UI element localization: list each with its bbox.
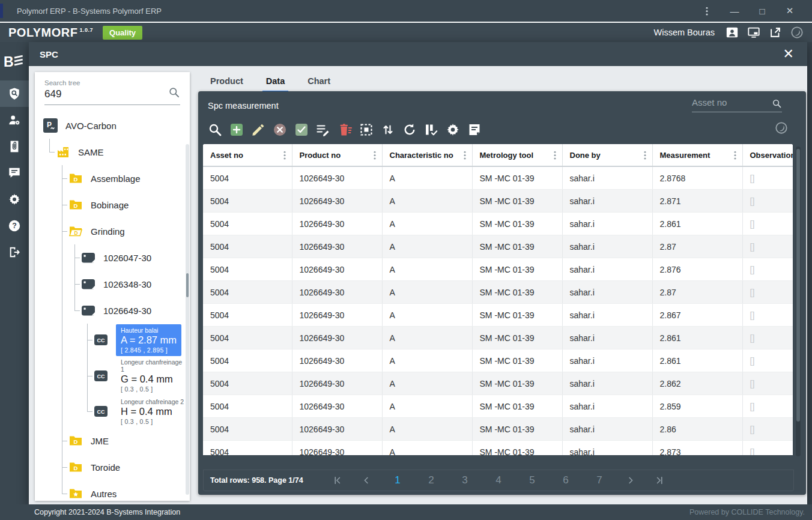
tree-scrollbar-thumb[interactable] [186, 273, 189, 297]
bulk-edit-icon[interactable] [315, 121, 331, 138]
sort-icon[interactable] [380, 121, 396, 138]
sidebar-item-documents[interactable] [0, 133, 29, 160]
table-row[interactable]: 50041026649-30ASM -MC 01-39sahar.i2.87[] [203, 281, 793, 304]
column-menu-icon[interactable] [374, 151, 376, 160]
first-page-button[interactable] [332, 475, 343, 486]
table-row[interactable]: 50041026649-30ASM -MC 01-39sahar.i2.8768… [203, 166, 793, 190]
tree-node[interactable]: 1026047-30 [35, 244, 190, 271]
open-in-new-icon[interactable] [769, 26, 782, 39]
next-page-button[interactable] [625, 475, 636, 486]
table-row[interactable]: 50041026649-30ASM -MC 01-39sahar.i2.861[… [203, 213, 793, 235]
select-region-icon[interactable] [358, 121, 374, 138]
previous-page-button[interactable] [361, 475, 372, 486]
page-7[interactable]: 7 [592, 474, 607, 487]
table-row[interactable]: 50041026649-30ASM -MC 01-39sahar.i2.859[… [203, 395, 793, 418]
tree-panel: Search tree 649 PAVO-CarbonSAMEDAssembla… [35, 72, 190, 501]
tree-scrollbar[interactable] [186, 144, 189, 495]
window-close-button[interactable]: ✕ [776, 1, 804, 21]
table-scrollbar[interactable] [796, 147, 801, 456]
search-icon[interactable] [168, 86, 180, 101]
column-menu-icon[interactable] [734, 151, 736, 160]
sidebar-item-settings[interactable] [0, 186, 29, 213]
user-badge-icon[interactable] [726, 26, 739, 39]
tree-node[interactable]: Autres [35, 480, 190, 501]
column-menu-icon[interactable] [464, 151, 466, 160]
screen-cast-icon[interactable] [747, 26, 760, 39]
sidebar-item-messages[interactable] [0, 160, 29, 186]
sidebar-item-quality-inspection[interactable] [0, 80, 29, 107]
tree-node[interactable]: DJME [35, 428, 190, 454]
tree-node[interactable]: DGrinding [35, 218, 190, 244]
table-row[interactable]: 50041026649-30ASM -MC 01-39sahar.i2.873[… [203, 441, 793, 456]
tree-node[interactable]: 1026348-30 [35, 271, 190, 297]
table-row[interactable]: 50041026649-30ASM -MC 01-39sahar.i2.86[] [203, 418, 793, 441]
table-scrollbar-thumb[interactable] [796, 149, 800, 422]
window-minimize-button[interactable]: — [721, 1, 748, 21]
user-name[interactable]: Wissem Bouras [653, 28, 715, 37]
table-settings-icon[interactable] [444, 121, 461, 138]
window-maximize-button[interactable]: □ [748, 1, 776, 21]
table-row[interactable]: 50041026649-30ASM -MC 01-39sahar.i2.861[… [203, 349, 793, 372]
column-header[interactable]: Observation [742, 144, 793, 166]
deactivate-icon[interactable] [271, 121, 288, 138]
columns-check-icon[interactable] [423, 121, 439, 138]
tree-node[interactable]: PAVO-Carbon [35, 112, 190, 139]
table-row[interactable]: 50041026649-30ASM -MC 01-39sahar.i2.862[… [203, 372, 793, 395]
sidebar-item-help[interactable]: ? [0, 213, 29, 239]
column-header[interactable]: Product no [292, 144, 382, 166]
last-page-button[interactable] [654, 475, 665, 486]
panel-contrast-toggle-icon[interactable] [775, 121, 788, 137]
tree-node[interactable]: 1026649-30 [35, 297, 190, 324]
sidebar-item-logout[interactable] [0, 239, 29, 265]
delete-icon[interactable] [336, 121, 353, 138]
contrast-toggle-icon[interactable] [790, 26, 804, 39]
page-3[interactable]: 3 [457, 474, 473, 487]
table-cell: 1026649-30 [292, 395, 382, 418]
column-header[interactable]: Characteristic no [382, 144, 472, 166]
tree-node[interactable]: DToroide [35, 454, 190, 480]
tree-node[interactable]: DAssemblage [35, 165, 190, 192]
validate-icon[interactable] [293, 121, 309, 138]
tree-node[interactable]: CCHauteur balaiA = 2.87 mm[ 2.845 , 2.89… [35, 324, 190, 356]
tree-node-label: 1026649-30 [103, 306, 151, 316]
page-5[interactable]: 5 [524, 474, 540, 487]
tree-node[interactable]: DBobinage [35, 192, 190, 218]
edit-icon[interactable] [250, 121, 266, 138]
sidebar-item-users[interactable] [0, 107, 29, 133]
characteristic-value: G = 0.4 mm [121, 373, 185, 385]
tree-node[interactable]: CCLongeur chafreinage 2H = 0.4 mm[ 0.3 ,… [35, 395, 190, 428]
page-1[interactable]: 1 [390, 474, 405, 487]
notes-icon[interactable] [466, 121, 482, 138]
column-menu-icon[interactable] [554, 151, 556, 160]
column-header[interactable]: Done by [562, 144, 652, 166]
table-row[interactable]: 50041026649-30ASM -MC 01-39sahar.i2.876[… [203, 258, 793, 281]
tree-search-value[interactable]: 649 [44, 86, 180, 105]
search-icon[interactable] [207, 121, 223, 138]
modal-close-button[interactable]: ✕ [781, 48, 796, 60]
column-menu-icon[interactable] [283, 151, 286, 160]
window-menu-button[interactable] [693, 1, 721, 21]
column-menu-icon[interactable] [644, 151, 646, 160]
page-6[interactable]: 6 [558, 474, 574, 487]
refresh-icon[interactable] [401, 121, 417, 138]
add-icon[interactable] [228, 121, 244, 138]
tree-node[interactable]: SAME [35, 139, 190, 165]
column-header[interactable]: Measurement [652, 144, 742, 166]
table-row[interactable]: 50041026649-30ASM -MC 01-39sahar.i2.867[… [203, 304, 793, 327]
column-header[interactable]: Asset no [203, 144, 292, 166]
tree-node[interactable]: CCLongeur chanfreinage 1G = 0.4 mm[ 0.3 … [35, 356, 190, 395]
search-icon[interactable] [772, 98, 782, 111]
page-4[interactable]: 4 [491, 474, 506, 487]
page-2[interactable]: 2 [423, 474, 439, 487]
column-header[interactable]: Metrology tool [472, 144, 562, 166]
tab-chart[interactable]: Chart [304, 71, 334, 92]
table-row[interactable]: 50041026649-30ASM -MC 01-39sahar.i2.861[… [203, 327, 793, 349]
asset-search-input[interactable]: Asset no [692, 97, 782, 112]
tab-product[interactable]: Product [207, 71, 247, 92]
table-row[interactable]: 50041026649-30ASM -MC 01-39sahar.i2.871[… [203, 190, 793, 213]
table-row[interactable]: 50041026649-30ASM -MC 01-39sahar.i2.87[] [203, 235, 793, 258]
pagination-summary: Total rows: 958. Page 1/74 [210, 476, 303, 485]
table-cell: 5004 [203, 258, 292, 281]
tree-search-field[interactable]: Search tree 649 [35, 72, 190, 105]
tab-data[interactable]: Data [262, 71, 288, 92]
